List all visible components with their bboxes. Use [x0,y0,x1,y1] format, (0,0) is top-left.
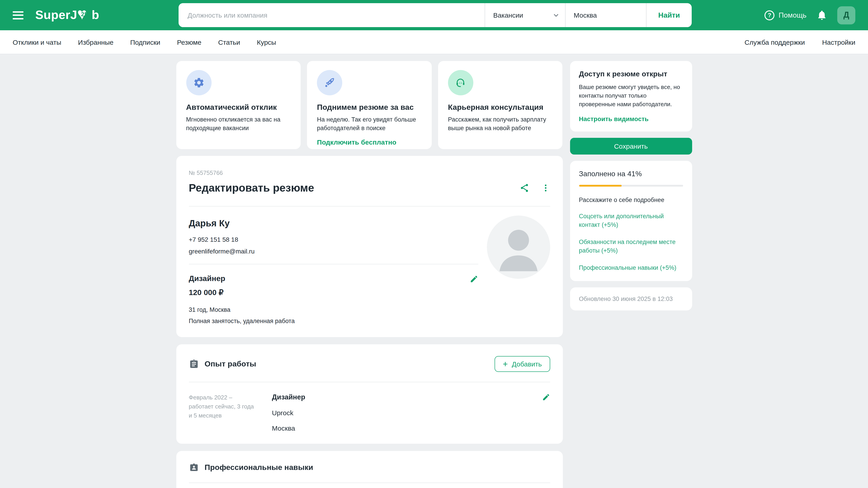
nav-item-favorites[interactable]: Избранные [78,38,114,46]
nav-item-support[interactable]: Служба поддержки [745,38,805,46]
edit-experience-pencil-icon[interactable] [542,393,550,401]
clipboard-icon [189,359,199,369]
headset-icon [448,70,473,95]
hamburger-menu-icon[interactable] [13,11,24,19]
promo-card-boost-resume[interactable]: Поднимем резюме за вас На неделю. Так ег… [307,61,432,149]
desired-salary: 120 000 ₽ [189,288,478,297]
promo-card-auto-response[interactable]: Автоматический отклик Мгновенно откликае… [176,61,301,149]
help-label: Помощь [778,11,807,19]
add-social-contact-link[interactable]: Соцсеть или дополнительный контакт (+5%) [579,212,683,229]
gear-icon [186,70,211,95]
find-button[interactable]: Найти [647,3,692,27]
nav-item-courses[interactable]: Курсы [257,38,276,46]
superjob-logo[interactable]: SuperJ♥25b [35,7,99,23]
updated-panel: Обновлено 30 июня 2025 в 12:03 [570,288,692,311]
logo-text-suffix: b [92,8,99,22]
visibility-title: Доступ к резюме открыт [579,70,683,78]
logo-text-prefix: SuperJ [35,8,77,22]
nav-right-items: Служба поддержки Настройки [745,38,855,46]
candidate-name: Дарья Ку [189,218,478,229]
help-button[interactable]: ? Помощь [765,10,807,20]
promo-cards-row: Автоматический отклик Мгновенно откликае… [176,61,563,149]
experience-details: Дизайнер Uprock Москва [272,393,525,432]
divider [189,264,478,264]
search-category-select[interactable]: Вакансии [485,3,565,27]
progress-bar [579,185,683,186]
rocket-icon [317,70,342,95]
promo-card-title: Поднимем резюме за вас [317,103,422,112]
configure-visibility-link[interactable]: Настроить видимость [579,115,683,122]
nav-item-subscriptions[interactable]: Подписки [130,38,160,46]
main-nav: Отклики и чаты Избранные Подписки Резюме… [0,30,868,54]
plus-icon: + [503,361,508,367]
nav-item-resume[interactable]: Резюме [177,38,202,46]
completion-title: Заполнено на 41% [579,170,683,178]
divider [189,483,550,483]
nav-item-responses[interactable]: Отклики и чаты [13,38,61,46]
nav-item-settings[interactable]: Настройки [822,38,855,46]
candidate-email: greenlifeforme@mail.ru [189,248,478,255]
completion-panel: Заполнено на 41% Расскажите о себе подро… [570,161,692,281]
divider [189,382,550,382]
share-icon[interactable] [519,183,529,193]
promo-card-description: На неделю. Так его увидят больше работод… [317,116,422,133]
main-column: Автоматический отклик Мгновенно откликае… [176,61,563,488]
save-button[interactable]: Сохранить [570,138,692,154]
experience-panel: Опыт работы + Добавить Февраль 2022 – ра… [176,344,563,444]
resume-number: № 55755766 [189,169,550,176]
experience-entry: Февраль 2022 – работает сейчас, 3 года и… [189,393,550,432]
search-bar: Вакансии Найти [179,3,692,27]
add-duties-link[interactable]: Обязанности на последнем месте работы (+… [579,238,683,255]
promo-card-description: Мгновенно откликается за вас на подходящ… [186,116,291,133]
experience-company: Uprock [272,409,525,417]
kebab-menu-icon[interactable] [541,184,550,193]
skills-panel: Профессиональные навыки Ваши навыки [176,451,563,488]
desired-position: Дизайнер [189,274,225,283]
age-location: 31 год, Москва [189,306,478,313]
resume-edit-panel: № 55755766 Редактировать резюме Дарья Ку… [176,156,563,337]
experience-period: Февраль 2022 – работает сейчас, 3 года и… [189,393,257,432]
sidebar-column: Доступ к резюме открыт Ваше резюме смогу… [570,61,692,311]
promo-card-description: Расскажем, как получить зарплату выше ры… [448,116,553,133]
search-category-value: Вакансии [493,11,523,19]
page-title: Редактировать резюме [189,182,314,194]
promo-card-career-consult[interactable]: Карьерная консультация Расскажем, как по… [438,61,563,149]
avatar-placeholder [487,216,550,279]
updated-timestamp: Обновлено 30 июня 2025 в 12:03 [579,296,673,302]
experience-city: Москва [272,424,525,432]
employment-type: Полная занятость, удаленная работа [189,318,478,324]
promo-card-title: Карьерная консультация [448,103,553,112]
visibility-panel: Доступ к резюме открыт Ваше резюме смогу… [570,61,692,131]
search-input[interactable] [179,3,485,27]
candidate-phone: +7 952 151 58 18 [189,236,478,243]
notifications-bell-icon[interactable] [816,10,827,21]
location-input[interactable] [565,3,646,27]
completion-subtitle: Расскажите о себе подробнее [579,196,683,203]
page: SuperJ♥25b Вакансии Найти ? Помощь Д [0,0,868,488]
header-right-group: ? Помощь Д [765,0,855,30]
chevron-down-icon [553,11,560,19]
logo-heart-icon: ♥25 [77,7,92,23]
experience-position: Дизайнер [272,393,525,401]
visibility-text: Ваше резюме смогут увидеть все, но конта… [579,83,683,109]
edit-position-pencil-icon[interactable] [469,274,478,283]
skills-title: Профессиональные навыки [205,463,313,472]
badge-icon [189,463,199,473]
question-circle-icon: ? [765,10,774,20]
nav-left-items: Отклики и чаты Избранные Подписки Резюме… [13,38,276,46]
promo-card-title: Автоматический отклик [186,103,291,112]
top-header: SuperJ♥25b Вакансии Найти ? Помощь Д [0,0,868,30]
progress-fill [579,185,622,186]
add-experience-button[interactable]: + Добавить [495,356,550,372]
nav-item-articles[interactable]: Статьи [218,38,240,46]
content-area: Автоматический отклик Мгновенно откликае… [176,61,692,488]
connect-free-link[interactable]: Подключить бесплатно [317,138,422,146]
logo-heart-number: 25 [77,11,92,18]
user-avatar-button[interactable]: Д [837,6,855,24]
experience-title: Опыт работы [205,359,256,368]
person-silhouette-icon [487,216,550,279]
add-experience-label: Добавить [512,360,542,368]
add-skills-link[interactable]: Профессиональные навыки (+5%) [579,264,683,272]
